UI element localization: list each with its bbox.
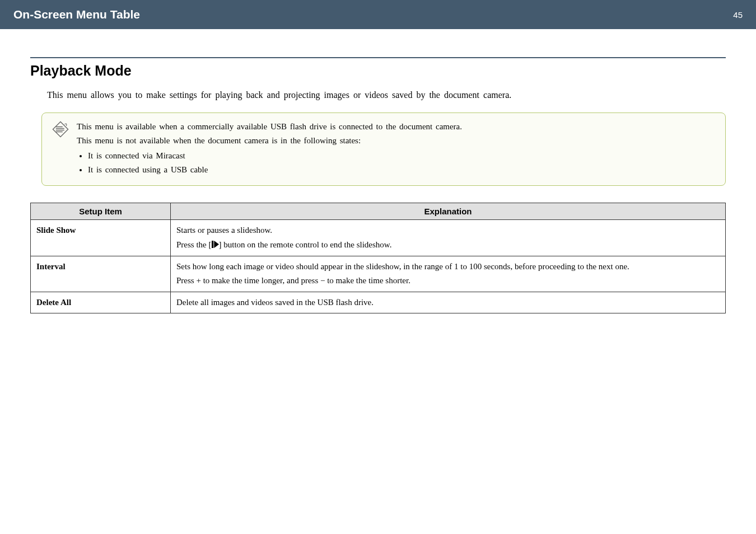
setup-item-cell: Interval (31, 256, 171, 292)
settings-table: Setup Item Explanation Slide Show Starts… (30, 203, 726, 313)
table-header-explanation: Explanation (171, 203, 726, 220)
explanation-cell: Delete all images and videos saved in th… (171, 292, 726, 313)
exp-text: Press + to make the time longer, and pre… (176, 276, 410, 285)
content-area: Playback Mode This menu allows you to ma… (0, 57, 756, 313)
explanation-cell: Starts or pauses a slideshow. Press the … (171, 220, 726, 256)
intro-paragraph: This menu allows you to make settings fo… (47, 90, 726, 100)
note-icon (52, 121, 69, 138)
table-header-setup: Setup Item (31, 203, 171, 220)
svg-rect-5 (212, 241, 213, 248)
exp-text: Press the [ (176, 240, 212, 249)
table-header-row: Setup Item Explanation (31, 203, 726, 220)
note-content: This menu is available when a commercial… (77, 120, 462, 177)
section-heading: Playback Mode (30, 63, 726, 79)
note-bullet-1: It is connected via Miracast (88, 149, 462, 163)
table-row: Slide Show Starts or pauses a slideshow.… (31, 220, 726, 256)
header-bar: On-Screen Menu Table 45 (0, 0, 756, 29)
setup-item-cell: Delete All (31, 292, 171, 313)
play-icon (212, 238, 219, 252)
setup-item-cell: Slide Show (31, 220, 171, 256)
page-number: 45 (733, 10, 743, 20)
note-bullet-2: It is connected using a USB cable (88, 163, 462, 177)
note-line-1: This menu is available when a commercial… (77, 120, 462, 134)
svg-marker-6 (214, 241, 219, 248)
exp-text: ] button on the remote control to end th… (219, 240, 392, 249)
table-row: Delete All Delete all images and videos … (31, 292, 726, 313)
section-divider (30, 57, 726, 58)
note-line-2: This menu is not available when the docu… (77, 134, 462, 148)
exp-text: Starts or pauses a slideshow. (176, 226, 272, 235)
page-title: On-Screen Menu Table (13, 8, 140, 21)
exp-text: Sets how long each image or video should… (176, 262, 629, 271)
note-box: This menu is available when a commercial… (41, 113, 726, 186)
explanation-cell: Sets how long each image or video should… (171, 256, 726, 292)
table-row: Interval Sets how long each image or vid… (31, 256, 726, 292)
